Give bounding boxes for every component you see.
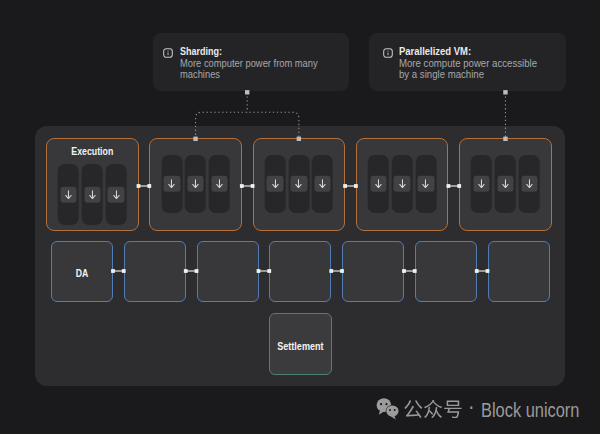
arrow-square: [394, 175, 411, 192]
arrow-square: [291, 175, 308, 192]
execution-label: Execution: [47, 145, 138, 157]
execution-pill: [471, 155, 492, 213]
execution-box: Execution: [46, 138, 139, 231]
arrow-square: [521, 175, 538, 192]
da-box: [269, 241, 331, 302]
watermark-cjk-text: [403, 396, 465, 422]
arrow-square: [60, 186, 77, 203]
execution-box: [356, 138, 449, 231]
pill-row: [265, 155, 334, 213]
watermark-separator: ·: [468, 396, 475, 416]
down-arrow-icon: [62, 189, 74, 201]
pill-row: [58, 164, 127, 225]
wechat-icon: [376, 398, 399, 423]
execution-pill: [82, 164, 103, 225]
info-icon: [163, 48, 173, 58]
execution-box: [149, 138, 242, 231]
da-box: [124, 241, 186, 302]
down-arrow-icon: [420, 178, 432, 190]
da-box: [415, 241, 477, 302]
execution-pill: [312, 155, 333, 213]
pill-row: [161, 155, 230, 213]
execution-pill: [288, 155, 309, 213]
watermark: · Block unicorn: [376, 396, 600, 426]
arrow-square: [108, 186, 125, 203]
execution-pill: [392, 155, 413, 213]
down-arrow-icon: [269, 178, 281, 190]
execution-pill: [519, 155, 540, 213]
arrow-square: [473, 175, 490, 192]
execution-label-text: Execution: [71, 145, 113, 157]
parallelized-vm-tooltip: Parallelized VM: More compute power acce…: [369, 33, 566, 91]
execution-pill: [185, 155, 206, 213]
execution-pill: [265, 155, 286, 213]
down-arrow-icon: [523, 178, 535, 190]
down-arrow-icon: [396, 178, 408, 190]
watermark-latin-text: Block unicorn: [481, 400, 579, 420]
pill-row: [471, 155, 540, 213]
down-arrow-icon: [166, 178, 178, 190]
execution-pill: [415, 155, 436, 213]
arrow-square: [497, 175, 514, 192]
execution-box: [459, 138, 552, 231]
down-arrow-icon: [499, 178, 511, 190]
execution-pill: [495, 155, 516, 213]
da-box: [342, 241, 404, 302]
sharding-tooltip: Sharding: More computer power from many …: [153, 33, 349, 91]
settlement-box: Settlement: [269, 313, 333, 376]
arrow-square: [267, 175, 284, 192]
arrow-square: [84, 186, 101, 203]
arrow-square: [211, 175, 228, 192]
execution-pill: [368, 155, 389, 213]
execution-box: [253, 138, 346, 231]
down-arrow-icon: [190, 178, 202, 190]
da-box: [197, 241, 259, 302]
arrow-square: [370, 175, 387, 192]
down-arrow-icon: [293, 178, 305, 190]
arrow-square: [418, 175, 435, 192]
down-arrow-icon: [372, 178, 384, 190]
arrow-square: [164, 175, 181, 192]
down-arrow-icon: [476, 178, 488, 190]
down-arrow-icon: [86, 189, 98, 201]
pill-row: [368, 155, 437, 213]
da-box: DA: [51, 241, 113, 302]
info-icon: [383, 48, 393, 58]
execution-pill: [209, 155, 230, 213]
da-box: [488, 241, 550, 302]
execution-pill: [161, 155, 182, 213]
arrow-square: [187, 175, 204, 192]
parallelized-vm-body: More compute power accessible by a singl…: [399, 58, 546, 81]
execution-pill: [58, 164, 79, 225]
settlement-label: Settlement: [277, 340, 323, 352]
arrow-square: [314, 175, 331, 192]
da-label: DA: [76, 267, 89, 279]
page-canvas: Sharding: More computer power from many …: [0, 0, 600, 434]
sharding-body: More computer power from many machines: [180, 58, 323, 81]
down-arrow-icon: [317, 178, 329, 190]
execution-pill: [106, 164, 127, 225]
down-arrow-icon: [213, 178, 225, 190]
down-arrow-icon: [110, 189, 122, 201]
